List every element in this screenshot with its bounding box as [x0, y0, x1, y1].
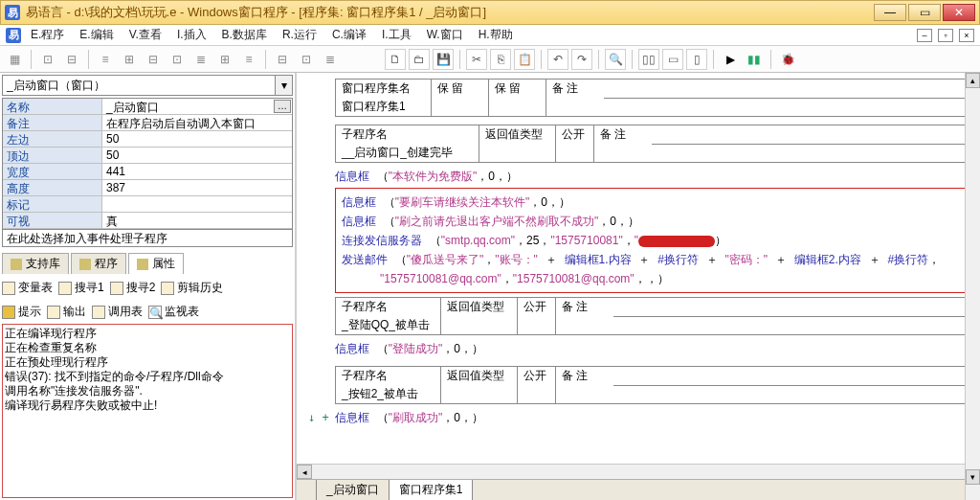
- tab-support-lib[interactable]: 支持库: [2, 253, 69, 274]
- btn-clip-history[interactable]: 剪辑历史: [161, 280, 223, 296]
- menu-tools[interactable]: I.工具: [376, 25, 417, 45]
- menu-icon: 易: [6, 28, 21, 43]
- prop-v[interactable]: _启动窗口…: [102, 99, 292, 114]
- tb-11[interactable]: ⊟: [272, 49, 293, 70]
- clip-icon: [161, 282, 174, 295]
- tb-2[interactable]: ⊡: [37, 49, 58, 70]
- tb-10[interactable]: ≡: [238, 49, 259, 70]
- grid-icon: [92, 306, 105, 319]
- tb-13[interactable]: ≣: [320, 49, 341, 70]
- code-panel: 窗口程序集名保 留保 留备 注 窗口程序集1 子程序名返回值类型公开备 注 __…: [297, 73, 980, 500]
- tb-paste[interactable]: 📋: [514, 49, 535, 70]
- tb-3[interactable]: ⊟: [61, 49, 82, 70]
- close-button[interactable]: ✕: [943, 4, 975, 21]
- doc-icon: [79, 259, 91, 270]
- tb-cut[interactable]: ✂: [466, 49, 487, 70]
- tb-6[interactable]: ⊟: [143, 49, 164, 70]
- menu-program[interactable]: E.程序: [25, 25, 70, 45]
- left-panel: _启动窗口（窗口） ▾ 名称_启动窗口… 备注在程序启动后自动调入本窗口 左边5…: [0, 73, 297, 500]
- book-icon: [11, 259, 22, 270]
- tb-7[interactable]: ⊡: [167, 49, 188, 70]
- app-icon: 易: [5, 5, 20, 20]
- menu-window[interactable]: W.窗口: [421, 25, 469, 45]
- tb-5[interactable]: ⊞: [119, 49, 140, 70]
- tb-bug[interactable]: 🐞: [777, 49, 798, 70]
- tb-12[interactable]: ⊡: [296, 49, 317, 70]
- property-grid: 名称_启动窗口… 备注在程序启动后自动调入本窗口 左边50 顶边50 宽度441…: [2, 98, 293, 230]
- tb-win1[interactable]: ▯▯: [638, 49, 659, 70]
- gutter-marker[interactable]: ↓ +: [308, 409, 329, 426]
- window-title: 易语言 - d:\我的文档\玩玩.e - Windows窗口程序 - [程序集:…: [26, 4, 874, 21]
- prop-ellipsis[interactable]: …: [274, 100, 291, 113]
- wand-icon: [2, 282, 15, 295]
- tb-9[interactable]: ⊞: [214, 49, 235, 70]
- page-icon: [58, 282, 72, 295]
- btn-var-table[interactable]: 变量表: [2, 280, 53, 296]
- object-selector[interactable]: _启动窗口（窗口）: [2, 75, 276, 96]
- output-panel[interactable]: 正在编译现行程序 正在检查重复名称 正在预处理现行程序 错误(37): 找不到指…: [2, 324, 293, 498]
- menu-run[interactable]: R.运行: [277, 25, 323, 45]
- minimize-button[interactable]: —: [874, 4, 906, 21]
- tb-find[interactable]: 🔍: [605, 49, 626, 70]
- object-selector-drop[interactable]: ▾: [276, 75, 293, 96]
- error-highlight: 信息框 （"要刷车请继续关注本软件"，0，） 信息框 （"刷之前请先退出客户端不…: [335, 188, 972, 293]
- menu-help[interactable]: H.帮助: [473, 25, 519, 45]
- maximize-button[interactable]: ▭: [908, 4, 941, 21]
- code-editor[interactable]: 窗口程序集名保 留保 留备 注 窗口程序集1 子程序名返回值类型公开备 注 __…: [297, 73, 980, 464]
- tb-pause[interactable]: ▮▮: [744, 49, 765, 70]
- mdi-minimize[interactable]: –: [917, 29, 932, 42]
- tb-new[interactable]: 🗋: [385, 49, 406, 70]
- menu-edit[interactable]: E.编辑: [74, 25, 119, 45]
- menu-view[interactable]: V.查看: [123, 25, 167, 45]
- tb-win2[interactable]: ▭: [662, 49, 683, 70]
- vertical-scrollbar[interactable]: ▴▾: [965, 73, 980, 500]
- bulb-icon: [2, 306, 15, 319]
- title-bar: 易 易语言 - d:\我的文档\玩玩.e - Windows窗口程序 - [程序…: [0, 0, 980, 25]
- out-icon: [47, 306, 60, 319]
- tab-properties[interactable]: 属性: [128, 253, 184, 274]
- tb-8[interactable]: ≣: [190, 49, 212, 70]
- tb-undo[interactable]: ↶: [547, 49, 568, 70]
- prop-icon: [137, 259, 148, 270]
- btn-call-table[interactable]: 调用表: [92, 304, 143, 320]
- btn-watch[interactable]: 🔍监视表: [148, 304, 199, 320]
- btn-output[interactable]: 输出: [47, 304, 86, 320]
- editor-tabs: _启动窗口 窗口程序集1: [297, 479, 980, 500]
- tb-1[interactable]: ▦: [4, 49, 25, 70]
- menu-insert[interactable]: I.插入: [171, 25, 212, 45]
- mdi-close[interactable]: ×: [959, 29, 974, 42]
- btn-search2[interactable]: 搜寻2: [110, 280, 156, 296]
- tab-program[interactable]: 程序: [71, 253, 126, 274]
- tb-4[interactable]: ≡: [95, 49, 116, 70]
- page-icon: [110, 282, 123, 295]
- menu-database[interactable]: B.数据库: [216, 25, 273, 45]
- toolbar: ▦ ⊡ ⊟ ≡ ⊞ ⊟ ⊡ ≣ ⊞ ≡ ⊟ ⊡ ≣ 🗋 🗀 💾 ✂ ⎘ 📋 ↶ …: [0, 46, 980, 73]
- btab-module[interactable]: 窗口程序集1: [389, 480, 474, 500]
- mdi-restore[interactable]: ▫: [938, 29, 953, 42]
- tb-save[interactable]: 💾: [433, 49, 454, 70]
- menu-compile[interactable]: C.编译: [326, 25, 372, 45]
- prop-k: 名称: [3, 99, 102, 114]
- event-selector[interactable]: 在此处选择加入事件处理子程序: [2, 230, 293, 247]
- redacted-password: [638, 236, 715, 247]
- tb-redo[interactable]: ↷: [571, 49, 592, 70]
- tb-run[interactable]: ▶: [720, 49, 741, 70]
- btn-hint[interactable]: 提示: [2, 304, 41, 320]
- btab-window[interactable]: _启动窗口: [316, 480, 390, 500]
- btn-search1[interactable]: 搜寻1: [58, 280, 104, 296]
- tb-win3[interactable]: ▯: [686, 49, 707, 70]
- tb-open[interactable]: 🗀: [409, 49, 430, 70]
- horizontal-scrollbar[interactable]: ◂▸: [297, 464, 980, 479]
- tb-copy[interactable]: ⎘: [490, 49, 511, 70]
- menu-bar: 易 E.程序 E.编辑 V.查看 I.插入 B.数据库 R.运行 C.编译 I.…: [0, 25, 980, 46]
